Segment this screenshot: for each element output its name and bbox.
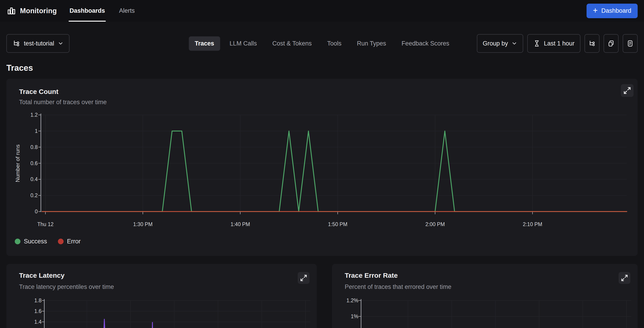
card-subtitle: Trace latency percentiles over time: [19, 283, 114, 290]
expand-icon: [618, 272, 630, 284]
svg-text:1: 1: [35, 128, 38, 134]
trace-count-card: Trace Count Total number of traces over …: [6, 79, 638, 256]
time-range-button[interactable]: Last 1 hour: [527, 34, 580, 53]
time-range-label: Last 1 hour: [544, 40, 574, 47]
card-subtitle: Percent of traces that errored over time: [345, 283, 452, 290]
svg-text:1:50 PM: 1:50 PM: [328, 221, 348, 227]
tab-run-types[interactable]: Run Types: [351, 36, 392, 51]
header-nav: Dashboards Alerts: [68, 0, 136, 22]
expand-icon: [621, 84, 634, 97]
svg-text:0.2: 0.2: [30, 193, 38, 198]
card-title: Trace Count: [19, 88, 58, 96]
success-legend-label: Success: [24, 238, 47, 245]
tab-tools[interactable]: Tools: [321, 36, 348, 51]
svg-text:1:30 PM: 1:30 PM: [133, 221, 152, 227]
legend-item-error[interactable]: Error: [58, 238, 80, 245]
new-dashboard-label: Dashboard: [601, 7, 631, 14]
tree-view-button[interactable]: [584, 34, 600, 53]
nav-tab-alerts[interactable]: Alerts: [118, 0, 136, 22]
project-selector[interactable]: test-tutorial: [6, 34, 70, 53]
tab-feedback-scores[interactable]: Feedback Scores: [396, 36, 455, 51]
svg-text:1%: 1%: [351, 313, 358, 319]
tab-cost-tokens[interactable]: Cost & Tokens: [266, 36, 318, 51]
hourglass-icon: [533, 40, 540, 47]
chevron-down-icon: [512, 41, 517, 46]
svg-text:2:00 PM: 2:00 PM: [425, 221, 445, 227]
chevron-down-icon: [58, 41, 64, 46]
top-bar: Monitoring Dashboards Alerts + Dashboard: [0, 0, 644, 22]
project-selector-label: test-tutorial: [24, 40, 54, 47]
error-legend-dot: [58, 239, 64, 244]
group-by-label: Group by: [483, 40, 508, 47]
copy-icon: [607, 40, 615, 47]
svg-text:0: 0: [35, 209, 38, 215]
dashboard-toolbar: test-tutorial Traces LLM Calls Cost & To…: [6, 34, 638, 53]
svg-text:0.4: 0.4: [30, 176, 38, 182]
chart-legend: Success Error: [15, 238, 80, 245]
section-title: Traces: [6, 63, 644, 73]
group-by-button[interactable]: Group by: [477, 34, 523, 53]
error-legend-label: Error: [67, 238, 80, 245]
expand-button[interactable]: [298, 272, 310, 284]
expand-icon: [298, 272, 310, 284]
card-title: Trace Error Rate: [345, 272, 398, 279]
svg-text:0.6: 0.6: [30, 160, 38, 166]
svg-text:1.8: 1.8: [34, 297, 42, 303]
svg-text:1.4: 1.4: [34, 319, 42, 325]
tree-view-icon: [588, 40, 596, 47]
app-title: Monitoring: [20, 7, 57, 15]
svg-text:Thu 12: Thu 12: [37, 221, 54, 227]
legend-item-success[interactable]: Success: [15, 238, 47, 245]
svg-text:1:40 PM: 1:40 PM: [230, 221, 250, 227]
card-title: Trace Latency: [19, 272, 64, 279]
expand-button[interactable]: [621, 84, 634, 97]
plus-icon: +: [593, 6, 598, 15]
svg-text:1.6: 1.6: [34, 308, 42, 314]
nav-tab-dashboards[interactable]: Dashboards: [68, 0, 106, 22]
new-dashboard-button[interactable]: + Dashboard: [586, 4, 638, 18]
svg-text:2:10 PM: 2:10 PM: [523, 221, 542, 227]
trace-latency-card: Trace Latency Trace latency percentiles …: [6, 264, 317, 328]
tree-icon: [12, 39, 20, 48]
copy-button[interactable]: [604, 34, 618, 53]
svg-text:0.8: 0.8: [30, 144, 38, 150]
success-legend-dot: [15, 239, 20, 244]
bottom-card-row: Trace Latency Trace latency percentiles …: [6, 264, 638, 328]
svg-text:Number of runs: Number of runs: [14, 144, 21, 182]
svg-text:1.2: 1.2: [30, 112, 38, 118]
metric-tabs: Traces LLM Calls Cost & Tokens Tools Run…: [189, 34, 455, 53]
notes-icon: [626, 40, 634, 47]
tab-traces[interactable]: Traces: [189, 36, 220, 51]
bar-chart-logo-icon: [6, 6, 16, 16]
toolbar-right-group: Group by Last 1 hour: [477, 34, 638, 53]
expand-button[interactable]: [618, 272, 630, 284]
notes-button[interactable]: [623, 34, 638, 53]
card-subtitle: Total number of traces over time: [19, 99, 107, 106]
svg-text:1.2%: 1.2%: [346, 297, 358, 303]
tab-llm-calls[interactable]: LLM Calls: [224, 36, 263, 51]
trace-error-rate-card: Trace Error Rate Percent of traces that …: [332, 264, 638, 328]
